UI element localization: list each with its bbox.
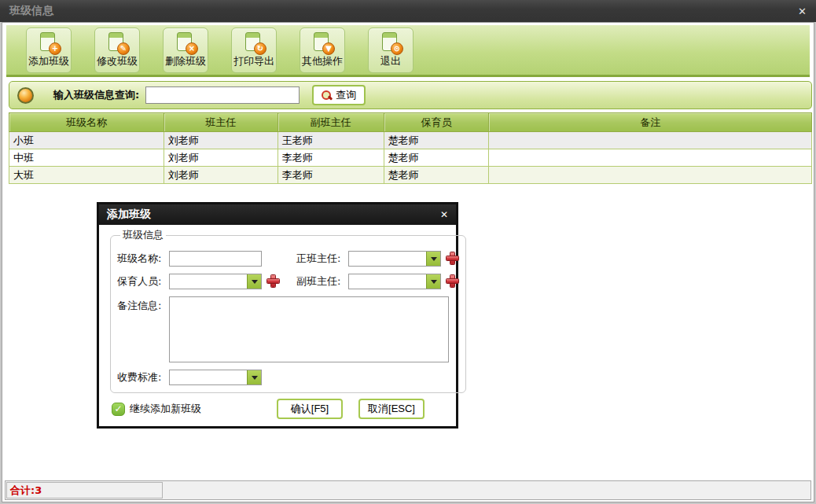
cell-class-name: 小班: [9, 132, 164, 149]
column-header-caregiver[interactable]: 保育员: [384, 113, 489, 132]
head-teacher-label: 正班主任:: [296, 252, 348, 266]
add-class-dialog: 添加班级 ✕ 班级信息 班级名称: 正班主任: 保育人员:: [97, 202, 458, 429]
cell-deputy-head: 李老师: [278, 149, 384, 167]
dialog-close-icon[interactable]: ✕: [440, 209, 448, 220]
group-title: 班级信息: [120, 228, 166, 242]
cell-class-name: 大班: [9, 167, 164, 184]
print-export-button[interactable]: ↻ 打印导出: [231, 28, 277, 73]
toolbar-button-label: 打印导出: [233, 54, 274, 68]
search-label: 输入班级信息查询:: [53, 88, 139, 102]
form-row: 班级名称: 正班主任:: [117, 251, 459, 267]
exit-icon: ⊙: [381, 32, 400, 53]
class-name-label: 班级名称:: [117, 252, 169, 266]
edit-class-button[interactable]: ✎ 修改班级: [94, 28, 140, 73]
plus-badge-icon: +: [49, 42, 61, 55]
column-header-remarks[interactable]: 备注: [489, 113, 812, 132]
table-row[interactable]: 小班 刘老师 王老师 楚老师: [9, 132, 812, 149]
column-header-deputy-head[interactable]: 副班主任: [278, 113, 384, 132]
delete-class-icon: ×: [176, 32, 195, 53]
deputy-head-label: 副班主任:: [296, 274, 348, 289]
toolbar-button-label: 其他操作: [302, 54, 343, 68]
add-caregiver-button[interactable]: [267, 275, 280, 288]
refresh-badge-icon: ↻: [254, 42, 266, 55]
toolbar-button-label: 退出: [380, 54, 401, 68]
window-titlebar: 班级信息 ✕: [0, 0, 816, 22]
class-name-input[interactable]: [169, 251, 262, 267]
toolbar-button-label: 添加班级: [28, 54, 69, 68]
table-row[interactable]: 大班 刘老师 李老师 楚老师: [9, 167, 812, 184]
down-arrow-badge-icon: ▼: [322, 42, 335, 55]
table-row[interactable]: 中班 刘老师 李老师 楚老师: [9, 149, 812, 167]
chevron-down-icon[interactable]: [426, 274, 440, 289]
column-header-class-name[interactable]: 班级名称: [9, 113, 164, 132]
cell-remarks: [489, 132, 812, 149]
add-deputy-head-button[interactable]: [447, 275, 459, 288]
status-ball-icon: [17, 87, 34, 104]
cell-deputy-head: 王老师: [278, 132, 384, 149]
cell-remarks: [489, 149, 812, 167]
delete-class-button[interactable]: × 删除班级: [163, 28, 208, 73]
confirm-button[interactable]: 确认[F5]: [277, 399, 343, 419]
magnifier-icon: [322, 90, 332, 101]
chevron-down-icon[interactable]: [247, 370, 261, 384]
query-button[interactable]: 查询: [312, 85, 366, 105]
window-close-icon[interactable]: ✕: [798, 6, 807, 17]
add-class-button[interactable]: + 添加班级: [26, 28, 72, 73]
cell-remarks: [489, 167, 812, 184]
add-class-icon: +: [39, 32, 58, 53]
continue-add-checkbox[interactable]: ✓: [112, 403, 125, 416]
power-badge-icon: ⊙: [391, 42, 403, 55]
cell-class-name: 中班: [9, 149, 164, 167]
query-button-label: 查询: [336, 88, 356, 102]
form-row: 备注信息:: [117, 296, 459, 362]
fee-standard-label: 收费标准:: [117, 370, 169, 384]
edit-class-icon: ✎: [108, 32, 127, 53]
table-header-row: 班级名称 班主任 副班主任 保育员 备注: [9, 113, 812, 132]
dialog-titlebar: 添加班级 ✕: [99, 204, 456, 225]
cell-head-teacher: 刘老师: [164, 149, 278, 167]
head-teacher-select[interactable]: [348, 251, 441, 267]
exit-button[interactable]: ⊙ 退出: [368, 28, 414, 73]
toolbar-button-label: 删除班级: [165, 54, 206, 68]
pencil-badge-icon: ✎: [117, 42, 130, 55]
dialog-body: 班级信息 班级名称: 正班主任: 保育人员:: [99, 225, 456, 426]
deputy-head-select[interactable]: [348, 274, 441, 289]
form-row: 保育人员: 副班主任:: [117, 274, 459, 289]
chevron-down-icon[interactable]: [426, 252, 440, 266]
status-bar: 合计: 3: [5, 480, 811, 500]
app-window: 班级信息 ✕ + 添加班级 ✎ 修改班级 ×: [0, 0, 816, 504]
form-row: 收费标准:: [117, 370, 459, 385]
dialog-title: 添加班级: [107, 208, 151, 222]
cell-deputy-head: 李老师: [278, 167, 384, 184]
total-label: 合计:: [10, 484, 35, 498]
chevron-down-icon[interactable]: [247, 274, 261, 289]
caregiver-select[interactable]: [169, 274, 262, 289]
window-title: 班级信息: [9, 4, 53, 18]
fee-standard-select[interactable]: [169, 370, 262, 385]
other-actions-icon: ▼: [313, 32, 332, 53]
caregiver-label: 保育人员:: [117, 274, 169, 289]
cell-caregiver: 楚老师: [384, 167, 489, 184]
cell-caregiver: 楚老师: [384, 132, 489, 149]
column-header-head-teacher[interactable]: 班主任: [164, 113, 278, 132]
cell-head-teacher: 刘老师: [164, 167, 278, 184]
toolbar: + 添加班级 ✎ 修改班级 × 删除班级: [6, 25, 810, 77]
search-panel: 输入班级信息查询: 查询: [9, 81, 812, 109]
cell-caregiver: 楚老师: [384, 149, 489, 167]
cross-badge-icon: ×: [186, 42, 198, 55]
toolbar-button-label: 修改班级: [97, 54, 138, 68]
search-input[interactable]: [145, 86, 300, 104]
check-icon: ✓: [114, 403, 122, 414]
class-info-group: 班级信息 班级名称: 正班主任: 保育人员:: [110, 228, 466, 393]
continue-add-label: 继续添加新班级: [130, 402, 201, 416]
add-head-teacher-button[interactable]: [447, 252, 459, 265]
total-panel: 合计: 3: [6, 482, 163, 498]
remarks-label: 备注信息:: [117, 299, 169, 313]
class-table: 班级名称 班主任 副班主任 保育员 备注 小班 刘老师 王老师 楚老师 中班: [9, 112, 812, 184]
print-export-icon: ↻: [244, 32, 263, 53]
cell-head-teacher: 刘老师: [164, 132, 278, 149]
other-actions-button[interactable]: ▼ 其他操作: [300, 28, 345, 73]
cancel-button[interactable]: 取消[ESC]: [358, 399, 425, 419]
remarks-textarea[interactable]: [169, 296, 449, 362]
dialog-footer: ✓ 继续添加新班级 确认[F5] 取消[ESC]: [112, 399, 443, 419]
